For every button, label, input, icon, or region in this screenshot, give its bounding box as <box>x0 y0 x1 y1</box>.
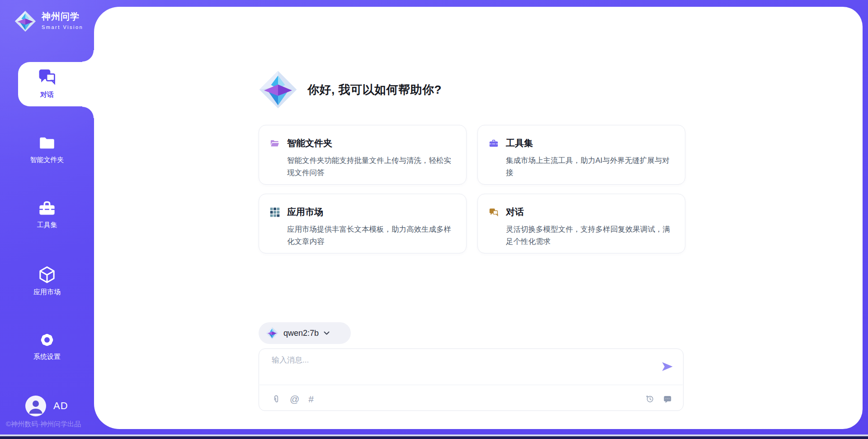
composer-right-tools <box>645 394 672 404</box>
briefcase-icon <box>489 138 499 148</box>
feature-cards: 智能文件夹 智能文件夹功能支持批量文件上传与清洗，轻松实现文件问答 <box>259 125 685 253</box>
app-window: 你好, 我可以如何帮助你? 智能文件夹 智能文件夹功能支持批量文件上传与清洗，轻… <box>0 0 868 439</box>
brand-subtitle: Smart Vision <box>42 24 83 30</box>
folder-open-icon <box>270 138 280 148</box>
brand-gem-icon <box>14 10 36 32</box>
sidebar-item-label: 工具集 <box>37 221 57 229</box>
sidebar-item-app-market[interactable]: 应用市场 <box>0 265 94 296</box>
card-chat[interactable]: 对话 灵活切换多模型文件，支持多样回复效果调试，满足个性化需求 <box>477 194 685 253</box>
user-initials: AD <box>53 400 68 412</box>
card-description: 应用市场提供丰富长文本模板，助力高效生成多样化文章内容 <box>287 223 458 248</box>
topic-button[interactable]: # <box>308 394 314 404</box>
message-input[interactable] <box>272 355 633 381</box>
card-description: 智能文件夹功能支持批量文件上传与清洗，轻松实现文件问答 <box>287 154 458 179</box>
card-description: 集成市场上主流工具，助力AI与外界无缝扩展与对接 <box>506 154 677 179</box>
hash-icon: # <box>308 394 314 404</box>
card-title: 对话 <box>506 206 524 218</box>
sidebar-item-smart-folder[interactable]: 智能文件夹 <box>0 134 94 164</box>
tab-fillet-bottom <box>82 106 94 118</box>
tab-fillet-top <box>82 50 94 62</box>
paperclip-icon <box>272 395 281 404</box>
folder-icon <box>38 134 57 153</box>
sidebar-item-label: 智能文件夹 <box>30 156 64 164</box>
brand-name: 神州问学 <box>42 10 83 23</box>
message-composer: @ # <box>259 348 684 411</box>
sidebar-item-label: 应用市场 <box>33 288 61 296</box>
greeting-text: 你好, 我可以如何帮助你? <box>307 82 442 98</box>
new-chat-button[interactable] <box>663 394 672 404</box>
avatar <box>25 396 46 416</box>
send-icon <box>661 361 673 372</box>
gear-icon <box>38 330 57 349</box>
sidebar-item-settings[interactable]: 系统设置 <box>0 330 94 361</box>
attach-button[interactable] <box>272 395 281 404</box>
send-button[interactable] <box>661 361 673 374</box>
gem-icon <box>266 327 278 339</box>
greeting-block: 你好, 我可以如何帮助你? <box>259 70 442 109</box>
sidebar-item-label: 对话 <box>40 91 54 99</box>
history-button[interactable] <box>645 394 655 404</box>
chat-square-icon <box>489 207 499 217</box>
card-header: 对话 <box>489 206 674 218</box>
at-icon: @ <box>290 394 299 404</box>
chevron-down-icon <box>324 330 330 336</box>
mention-button[interactable]: @ <box>290 394 299 404</box>
window-bottom-bar <box>0 436 868 439</box>
card-title: 应用市场 <box>287 206 323 218</box>
gem-logo-icon <box>259 70 297 109</box>
model-name: qwen2:7b <box>283 329 319 338</box>
card-header: 应用市场 <box>270 206 455 218</box>
card-title: 智能文件夹 <box>287 137 332 149</box>
brand: 神州问学 Smart Vision <box>14 10 83 32</box>
card-description: 灵活切换多模型文件，支持多样回复效果调试，满足个性化需求 <box>506 223 677 248</box>
composer-left-tools: @ # <box>272 394 314 404</box>
user-account[interactable]: AD <box>25 396 68 416</box>
comment-icon <box>663 394 672 404</box>
cube-icon <box>37 265 57 285</box>
brand-text: 神州问学 Smart Vision <box>42 10 83 30</box>
card-app-market[interactable]: 应用市场 应用市场提供丰富长文本模板，助力高效生成多样化文章内容 <box>259 194 467 253</box>
card-title: 工具集 <box>506 137 533 149</box>
history-icon <box>645 394 655 404</box>
card-header: 智能文件夹 <box>270 137 455 149</box>
sidebar-item-chat[interactable]: 对话 <box>0 67 94 99</box>
main-content-panel: 你好, 我可以如何帮助你? 智能文件夹 智能文件夹功能支持批量文件上传与清洗，轻… <box>94 7 863 429</box>
grid-icon <box>270 207 280 217</box>
person-icon <box>25 396 46 416</box>
model-selector[interactable]: qwen2:7b <box>259 322 351 344</box>
card-smart-folder[interactable]: 智能文件夹 智能文件夹功能支持批量文件上传与清洗，轻松实现文件问答 <box>259 125 467 185</box>
card-toolset[interactable]: 工具集 集成市场上主流工具，助力AI与外界无缝扩展与对接 <box>477 125 685 185</box>
composer-divider <box>259 385 683 385</box>
toolbox-icon <box>38 199 57 218</box>
sidebar-item-label: 系统设置 <box>33 353 61 361</box>
chat-icon <box>37 67 57 87</box>
sidebar-item-toolset[interactable]: 工具集 <box>0 199 94 229</box>
card-header: 工具集 <box>489 137 674 149</box>
copyright-text: ©神州数码·神州问学出品 <box>6 420 96 429</box>
